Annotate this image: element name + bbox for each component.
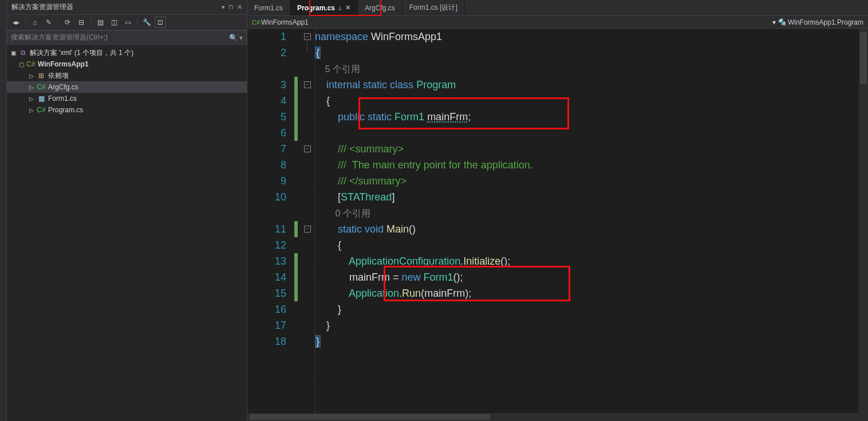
tab-label: Form1.cs xyxy=(254,4,283,12)
code-editor[interactable]: 1 2 3 4 5 6 7 8 9 10 11 12 13 14 15 16 1… xyxy=(247,29,868,421)
chevron-right-icon[interactable]: ▷ xyxy=(29,84,34,91)
panel-pin-icon[interactable]: ⊓ xyxy=(228,3,234,11)
chevron-down-icon[interactable]: ▣ xyxy=(10,50,16,56)
panel-dropdown-icon[interactable]: ▾ xyxy=(222,3,225,11)
toolbar-sync-icon[interactable]: ✎ xyxy=(43,17,54,28)
form-file-icon: ▦ xyxy=(37,95,46,103)
chevron-right-icon[interactable]: ▷ xyxy=(29,73,34,79)
tree-solution-row[interactable]: ▣ ⧉ 解决方案 'xml' (1 个项目，共 1 个) xyxy=(7,47,247,58)
scrollbar-thumb[interactable] xyxy=(860,32,867,84)
pin-icon[interactable]: ⟂ xyxy=(338,5,342,11)
solution-icon: ⧉ xyxy=(18,49,27,57)
scrollbar-thumb[interactable] xyxy=(250,414,490,420)
panel-close-icon[interactable]: ✕ xyxy=(237,3,242,11)
tab-label: Program.cs xyxy=(297,4,335,12)
toolbar-properties-icon[interactable]: ◫ xyxy=(108,17,120,28)
fold-column: − − − − xyxy=(301,29,314,421)
panel-toolbar: ◂▸ ⌂ ✎ ⟳ ⊟ ▤ ◫ ▭ 🔧 ⊡ xyxy=(7,15,247,30)
tree-item-label: ArgCfg.cs xyxy=(48,83,78,91)
dependencies-icon: ⊞ xyxy=(37,72,46,80)
breadcrumb-left-text: WinFormsApp1 xyxy=(261,18,309,26)
tree-item-form1[interactable]: ▷ ▦ Form1.cs xyxy=(7,93,247,104)
fold-toggle-icon[interactable]: − xyxy=(304,145,311,152)
search-input[interactable]: 搜索解决方案资源管理器(Ctrl+;) 🔍 ▾ xyxy=(7,30,247,45)
tab-argcfg[interactable]: ArgCfg.cs xyxy=(358,0,403,15)
tab-program[interactable]: Program.cs ⟂ ✕ xyxy=(290,0,358,15)
project-label: WinFormsApp1 xyxy=(38,60,89,68)
tree-item-label: 依赖项 xyxy=(48,71,69,81)
horizontal-scrollbar[interactable] xyxy=(247,413,859,421)
tree-item-label: Form1.cs xyxy=(48,95,77,103)
toolbar-view-icon[interactable]: ⊡ xyxy=(155,17,166,28)
search-placeholder-text: 搜索解决方案资源管理器(Ctrl+;) xyxy=(11,33,108,42)
toolbar-collapse-icon[interactable]: ⊟ xyxy=(76,17,87,28)
breadcrumb-right-text: WinFormsApp1.Program xyxy=(788,18,863,26)
vertical-scrollbar[interactable] xyxy=(859,29,868,421)
chevron-right-icon[interactable]: ▷ xyxy=(29,96,34,102)
change-marker-column xyxy=(293,29,301,421)
fold-toggle-icon[interactable]: − xyxy=(304,33,311,40)
breadcrumb-project[interactable]: C# WinFormsApp1 xyxy=(252,18,309,26)
tree-item-dependencies[interactable]: ▷ ⊞ 依赖项 xyxy=(7,70,247,81)
toolbar-refresh-icon[interactable]: ⟳ xyxy=(62,17,73,28)
chevron-down-icon[interactable]: ▢ xyxy=(18,61,24,68)
tree-item-label: Program.cs xyxy=(48,106,83,114)
csproj-icon: C# xyxy=(252,19,260,26)
breadcrumb-bar: C# WinFormsApp1 ▾ 🔩 WinFormsApp1.Program xyxy=(247,16,868,29)
chevron-right-icon[interactable]: ▷ xyxy=(29,107,34,113)
close-icon[interactable]: ✕ xyxy=(345,4,350,11)
csharp-file-icon: C# xyxy=(37,83,46,91)
search-dropdown-icon[interactable]: 🔍 ▾ xyxy=(229,34,243,42)
code-content[interactable]: namespace WinFormsApp1 { 5 个引用 internal … xyxy=(314,29,868,421)
solution-label: 解决方案 'xml' (1 个项目，共 1 个) xyxy=(30,48,133,58)
tree-project-row[interactable]: ▢ C# WinFormsApp1 xyxy=(7,58,247,70)
toolbar-preview-icon[interactable]: ▭ xyxy=(122,17,133,28)
tab-form1[interactable]: Form1.cs xyxy=(247,0,290,15)
tab-form1-design[interactable]: Form1.cs [设计] xyxy=(403,0,465,15)
fold-toggle-icon[interactable]: − xyxy=(304,226,311,233)
toolbar-home-icon[interactable]: ⌂ xyxy=(29,17,41,28)
solution-explorer-panel: 解决方案资源管理器 ▾ ⊓ ✕ ◂▸ ⌂ ✎ ⟳ ⊟ ▤ ◫ ▭ 🔧 ⊡ 搜索解… xyxy=(7,0,247,421)
tree-item-argcfg[interactable]: ▷ C# ArgCfg.cs xyxy=(7,81,247,93)
editor-area: Form1.cs Program.cs ⟂ ✕ ArgCfg.cs Form1.… xyxy=(247,0,868,421)
tab-bar: Form1.cs Program.cs ⟂ ✕ ArgCfg.cs Form1.… xyxy=(247,0,868,16)
solution-tree: ▣ ⧉ 解决方案 'xml' (1 个项目，共 1 个) ▢ C# WinFor… xyxy=(7,45,247,421)
panel-title-bar[interactable]: 解决方案资源管理器 ▾ ⊓ ✕ xyxy=(7,0,247,15)
breadcrumb-caret-icon[interactable]: ▾ xyxy=(772,18,776,26)
left-tool-strip[interactable] xyxy=(0,0,7,421)
tab-label: Form1.cs [设计] xyxy=(409,3,457,13)
fold-toggle-icon[interactable]: − xyxy=(304,81,311,88)
toolbar-wrench-icon[interactable]: 🔧 xyxy=(141,17,152,28)
csproj-icon: C# xyxy=(26,60,35,68)
toolbar-showall-icon[interactable]: ▤ xyxy=(94,17,106,28)
toolbar-back-icon[interactable]: ◂▸ xyxy=(10,17,22,28)
tab-label: ArgCfg.cs xyxy=(365,4,395,12)
breadcrumb-class[interactable]: 🔩 WinFormsApp1.Program xyxy=(778,18,863,26)
panel-title-text: 解决方案资源管理器 xyxy=(11,2,73,12)
tree-item-program[interactable]: ▷ C# Program.cs xyxy=(7,104,247,116)
csharp-file-icon: C# xyxy=(37,106,46,114)
line-number-gutter: 1 2 3 4 5 6 7 8 9 10 11 12 13 14 15 16 1… xyxy=(247,29,293,421)
class-icon: 🔩 xyxy=(778,18,787,26)
